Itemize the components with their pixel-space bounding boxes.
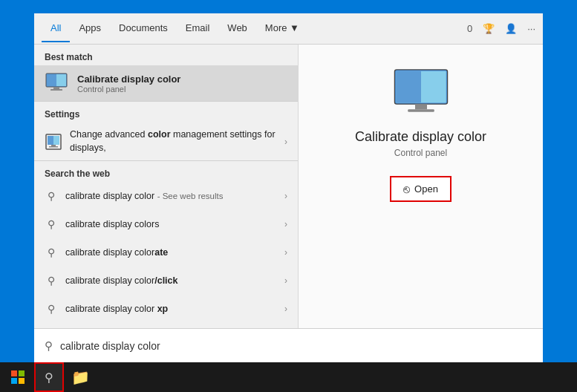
search-loop-icon-5: ⚲ [45, 303, 58, 315]
web-search-label: Search the web [34, 161, 298, 182]
settings-arrow: › [284, 137, 287, 147]
right-panel: Calibrate display color Control panel ⎋ … [298, 45, 543, 328]
main-content: Best match Calibrate display color Contr… [34, 45, 543, 328]
best-match-title: Calibrate display color [77, 74, 180, 85]
web-item-text-3: calibrate display colorate [65, 247, 277, 258]
settings-item-text: Change advanced color management setting… [70, 128, 277, 154]
open-label: Open [414, 183, 438, 195]
search-loop-icon-1: ⚲ [45, 190, 58, 202]
settings-item[interactable]: Change advanced color management setting… [34, 122, 298, 160]
web-item-1[interactable]: ⚲ calibrate display color - See web resu… [34, 182, 298, 210]
tabs-right-icons: 0 🏆 👤 ··· [467, 23, 535, 34]
web-item-text-1: calibrate display color - See web result… [65, 191, 277, 201]
web-item-5[interactable]: ⚲ calibrate display color xp › [34, 295, 298, 323]
web-arrow-1: › [284, 191, 287, 201]
more-icon[interactable]: ··· [527, 23, 535, 34]
windows-logo-icon [11, 370, 25, 384]
web-item-4[interactable]: ⚲ calibrate display color/click › [34, 267, 298, 295]
taskbar-search-button[interactable]: ⚲ [34, 362, 64, 392]
svg-rect-2 [47, 74, 56, 86]
best-match-label: Best match [34, 45, 298, 65]
svg-rect-14 [408, 109, 434, 112]
web-arrow-2: › [284, 219, 287, 229]
svg-rect-7 [48, 136, 53, 145]
left-panel: Best match Calibrate display color Contr… [34, 45, 298, 328]
best-match-subtitle: Control panel [77, 85, 180, 94]
web-arrow-3: › [284, 247, 287, 258]
tab-more[interactable]: More ▼ [256, 15, 308, 42]
search-bar-icon: ⚲ [45, 339, 53, 353]
open-icon: ⎋ [403, 183, 410, 195]
calibrate-icon [45, 71, 68, 95]
search-loop-icon-4: ⚲ [45, 275, 58, 287]
detail-title: Calibrate display color [355, 129, 486, 145]
tab-apps[interactable]: Apps [70, 15, 110, 42]
svg-rect-3 [53, 87, 59, 89]
detail-monitor-icon [391, 67, 451, 119]
user-icon[interactable]: 👤 [505, 23, 517, 34]
web-arrow-4: › [284, 275, 287, 286]
best-match-item[interactable]: Calibrate display color Control panel [34, 65, 298, 101]
settings-label: Settings [34, 102, 298, 122]
search-input[interactable] [60, 340, 532, 352]
web-item-text-5: calibrate display color xp [65, 304, 277, 314]
taskbar-folder-button[interactable]: 📁 [65, 362, 95, 392]
detail-subtitle: Control panel [394, 148, 447, 158]
badge-count: 0 [467, 23, 472, 34]
search-panel: All Apps Documents Email Web More ▼ 0 🏆 … [34, 13, 543, 362]
search-loop-icon-2: ⚲ [45, 218, 58, 230]
search-bar: ⚲ [34, 328, 543, 362]
svg-rect-13 [415, 104, 427, 109]
trophy-icon[interactable]: 🏆 [483, 23, 495, 34]
folder-icon: 📁 [71, 368, 90, 386]
open-button[interactable]: ⎋ Open [390, 176, 452, 202]
tab-documents[interactable]: Documents [110, 15, 177, 42]
web-arrow-5: › [284, 304, 287, 314]
taskbar: ⚲ 📁 [0, 362, 577, 392]
web-item-text-2: calibrate display colors [65, 219, 277, 229]
tabs-bar: All Apps Documents Email Web More ▼ 0 🏆 … [34, 13, 543, 45]
svg-rect-9 [49, 146, 58, 148]
tab-web[interactable]: Web [218, 15, 256, 42]
svg-rect-4 [50, 89, 62, 91]
svg-rect-12 [396, 71, 421, 102]
taskbar-search-icon: ⚲ [45, 370, 53, 385]
tab-all[interactable]: All [42, 15, 70, 42]
tab-email[interactable]: Email [177, 15, 219, 42]
svg-rect-8 [51, 145, 56, 146]
search-loop-icon-3: ⚲ [45, 246, 58, 258]
settings-color-icon [45, 133, 62, 151]
web-item-2[interactable]: ⚲ calibrate display colors › [34, 210, 298, 238]
web-item-3[interactable]: ⚲ calibrate display colorate › [34, 238, 298, 267]
web-item-text-4: calibrate display color/click [65, 275, 277, 286]
best-match-text: Calibrate display color Control panel [77, 74, 180, 94]
start-button[interactable] [3, 362, 33, 392]
